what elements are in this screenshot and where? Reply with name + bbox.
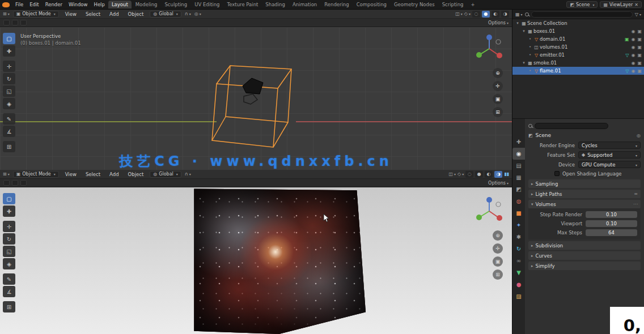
annotate-tool[interactable]: ✎ xyxy=(3,113,15,125)
material-properties-tab[interactable]: ● xyxy=(512,279,525,290)
tool-toggle-3[interactable] xyxy=(20,180,27,186)
cursor-tool[interactable]: ✚ xyxy=(3,45,15,57)
menu-icon[interactable]: ≡ xyxy=(634,191,638,196)
workspace-tab-sculpting[interactable]: Sculpting xyxy=(161,1,190,8)
snap-magnet-icon[interactable]: ∩ xyxy=(185,11,191,16)
dots-icon[interactable]: ⋯ xyxy=(633,202,638,207)
filter-funnel-icon[interactable]: ▽ xyxy=(635,12,641,17)
workspace-tab-modeling[interactable]: Modeling xyxy=(132,1,161,8)
menu-window[interactable]: Window xyxy=(66,1,91,8)
workspace-tab-uv-editing[interactable]: UV Editing xyxy=(191,1,223,8)
hide-eye-icon[interactable]: ◉ xyxy=(631,37,635,42)
step-rate-viewport-field[interactable]: 0.10 xyxy=(586,220,637,227)
scene-selector[interactable]: ◩ Scene xyxy=(566,1,598,8)
scale-tool[interactable]: ◱ xyxy=(3,246,15,257)
shading-material-button[interactable]: ◐ xyxy=(485,171,493,178)
overlays-icon[interactable]: ◫ xyxy=(455,11,463,16)
workspace-tab-texture-paint[interactable]: Texture Paint xyxy=(224,1,262,8)
object-data-properties-tab[interactable]: ▼ xyxy=(512,267,525,279)
volumetric-smoke-cube[interactable] xyxy=(189,187,366,334)
snap-magnet-icon[interactable]: ∩ xyxy=(185,172,191,177)
expander-icon[interactable]: ▾ xyxy=(521,61,527,65)
outliner-row-volumes[interactable]: • ◫ volumes.01 ◉ ▣ xyxy=(512,43,644,51)
expander-icon[interactable]: • xyxy=(527,68,533,73)
add-workspace-button[interactable]: + xyxy=(467,1,478,8)
render-toggle-icon[interactable]: ▣ xyxy=(637,29,642,34)
transform-tool[interactable]: ◈ xyxy=(3,258,15,269)
render-toggle-icon[interactable]: ▣ xyxy=(637,53,642,58)
transform-orientation-dropdown[interactable]: ◍ Global xyxy=(150,171,181,178)
tool-toggle-3[interactable] xyxy=(20,20,27,25)
device-dropdown[interactable]: GPU Compute xyxy=(578,161,641,168)
scene-properties-tab[interactable]: ◩ xyxy=(512,183,525,195)
overlays-icon[interactable]: ◫ xyxy=(448,172,456,177)
hide-eye-icon[interactable]: ◉ xyxy=(631,68,635,74)
options-dropdown[interactable]: Options xyxy=(488,20,509,25)
workspace-tab-geometry-nodes[interactable]: Geometry Nodes xyxy=(391,1,438,8)
osl-checkbox[interactable] xyxy=(554,171,560,176)
workspace-tab-scripting[interactable]: Scripting xyxy=(439,1,467,8)
transform-orientation-dropdown[interactable]: ◍ Global xyxy=(150,11,181,18)
add-menu[interactable]: Add xyxy=(107,171,121,178)
render-toggle-icon[interactable]: ▣ xyxy=(637,61,642,66)
render-toggle-icon[interactable]: ▣ xyxy=(637,68,642,74)
shading-wireframe-button[interactable]: ◌ xyxy=(472,11,480,18)
expander-icon[interactable]: • xyxy=(527,53,533,57)
camera-view-icon[interactable]: ▣ xyxy=(493,94,503,104)
transform-tool[interactable]: ◈ xyxy=(3,98,15,109)
outliner-row-scene-collection[interactable]: ▾ ▦ Scene Collection xyxy=(512,19,644,27)
zoom-icon[interactable]: ⊕ xyxy=(493,68,503,78)
select-box-tool[interactable]: ▢ xyxy=(3,193,15,204)
render-engine-dropdown[interactable]: Cycles xyxy=(578,142,641,149)
select-menu[interactable]: Select xyxy=(83,171,103,178)
expander-icon[interactable]: • xyxy=(527,45,533,49)
hide-eye-icon[interactable]: ◉ xyxy=(631,61,635,66)
tool-toggle-1[interactable] xyxy=(3,180,10,186)
outliner-search-input[interactable] xyxy=(531,11,633,18)
menu-edit[interactable]: Edit xyxy=(27,1,41,8)
proportional-editing-icon[interactable]: ◎ xyxy=(194,11,201,16)
properties-search-input[interactable] xyxy=(535,123,608,129)
pan-icon[interactable]: ✛ xyxy=(493,81,503,91)
section-curves[interactable]: Curves xyxy=(528,251,641,260)
modifier-properties-tab[interactable]: ✦ xyxy=(512,219,525,231)
gizmos-icon[interactable]: ◇ xyxy=(464,11,471,16)
section-light-paths[interactable]: Light Paths ≡ xyxy=(528,190,641,198)
object-menu[interactable]: Object xyxy=(125,171,147,178)
texture-properties-tab[interactable]: ▨ xyxy=(512,290,525,302)
workspace-tab-compositing[interactable]: Compositing xyxy=(353,1,390,8)
editor-type-icon[interactable]: ⊞ xyxy=(3,172,10,177)
render-toggle-icon[interactable]: ▣ xyxy=(637,37,642,42)
render-properties-tab[interactable]: ◉ xyxy=(512,148,525,160)
step-rate-render-field[interactable]: 0.10 xyxy=(586,211,637,218)
tool-toggle-2[interactable] xyxy=(12,180,18,186)
wireframe-cube[interactable] xyxy=(211,61,306,156)
rotate-tool[interactable]: ↻ xyxy=(3,73,15,84)
navigation-gizmo[interactable] xyxy=(473,194,505,226)
menu-help[interactable]: Help xyxy=(91,1,107,8)
object-properties-tab[interactable]: ■ xyxy=(512,207,525,219)
expander-icon[interactable]: ▾ xyxy=(515,21,520,25)
annotate-tool[interactable]: ✎ xyxy=(3,273,15,285)
view-layer-properties-tab[interactable]: ▦ xyxy=(512,172,525,183)
workspace-tab-rendering[interactable]: Rendering xyxy=(321,1,352,8)
workspace-tab-shading[interactable]: Shading xyxy=(262,1,289,8)
shading-solid-button[interactable]: ● xyxy=(475,171,483,178)
shading-solid-button[interactable]: ● xyxy=(482,11,490,18)
view-menu[interactable]: View xyxy=(62,11,79,18)
add-cube-tool[interactable]: ⊞ xyxy=(3,301,15,312)
pan-icon[interactable]: ✛ xyxy=(493,243,503,254)
select-box-tool[interactable]: ▢ xyxy=(3,33,15,44)
pause-icon[interactable]: ▮▮ xyxy=(504,172,509,177)
move-tool[interactable]: ✛ xyxy=(3,61,15,72)
display-mode-icon[interactable]: ▦ xyxy=(515,12,523,17)
ortho-toggle-icon[interactable]: ⊞ xyxy=(493,107,503,117)
scale-tool[interactable]: ◱ xyxy=(3,85,15,97)
outliner-row-domain[interactable]: • ▽ domain.01 ▣ ◉ ▣ xyxy=(512,35,644,43)
measure-tool[interactable]: ∡ xyxy=(3,286,15,297)
outliner-row-smoke[interactable]: ▾ ▦ smoke.01 ◉ ▣ xyxy=(512,59,644,67)
max-steps-field[interactable]: 64 xyxy=(586,229,637,236)
workspace-tab-layout[interactable]: Layout xyxy=(108,1,132,8)
output-properties-tab[interactable]: ▤ xyxy=(512,160,525,172)
outliner-row-boxes[interactable]: ▾ ▦ boxes.01 ◉ ▣ xyxy=(512,27,644,35)
